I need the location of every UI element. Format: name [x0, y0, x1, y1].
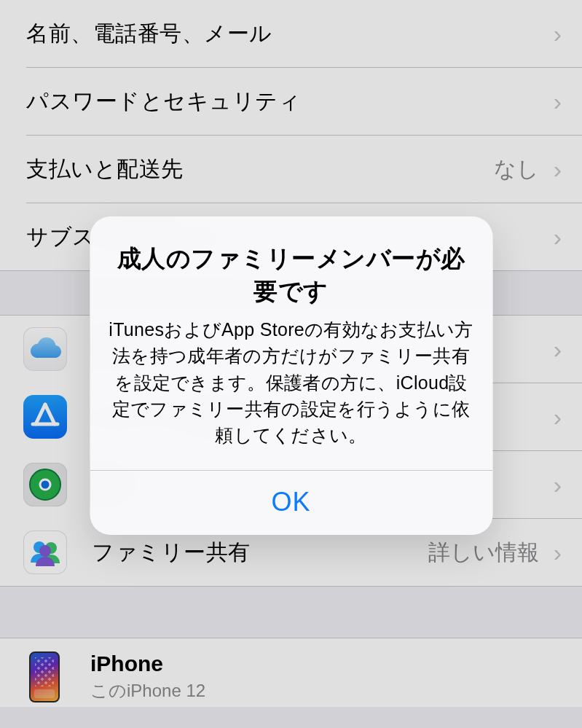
appstore-icon	[23, 395, 67, 439]
row-payment-shipping[interactable]: 支払いと配送先 なし ›	[0, 136, 582, 203]
row-detail: 詳しい情報	[428, 538, 539, 568]
chevron-right-icon: ›	[554, 472, 562, 497]
row-label: 名前、電話番号、メール	[26, 19, 549, 49]
chevron-right-icon: ›	[554, 21, 562, 46]
chevron-right-icon: ›	[554, 404, 562, 429]
alert-dialog: 成人のファミリーメンバーが必要です iTunesおよびApp Storeの有効な…	[90, 216, 492, 535]
chevron-right-icon: ›	[554, 224, 562, 249]
alert-title: 成人のファミリーメンバーが必要です	[109, 243, 473, 308]
chevron-right-icon: ›	[554, 337, 562, 361]
row-label: パスワードとセキュリティ	[26, 87, 549, 117]
row-label: ファミリー共有	[92, 538, 428, 568]
ok-button[interactable]: OK	[90, 471, 492, 535]
device-subtitle: このiPhone 12	[90, 679, 205, 702]
chevron-right-icon: ›	[554, 540, 562, 565]
alert-message: iTunesおよびApp Storeの有効なお支払い方法を持つ成年者の方だけがフ…	[109, 316, 473, 448]
alert-container: 成人のファミリーメンバーが必要です iTunesおよびApp Storeの有効な…	[90, 216, 492, 535]
row-device-iphone[interactable]: iPhone このiPhone 12	[0, 638, 582, 707]
icloud-icon	[23, 327, 67, 371]
devices-group: iPhone このiPhone 12	[0, 638, 582, 707]
separator	[0, 586, 582, 587]
device-title: iPhone	[90, 651, 205, 676]
iphone-device-icon	[29, 651, 60, 702]
row-name-phone-email[interactable]: 名前、電話番号、メール ›	[0, 0, 582, 67]
row-detail: なし	[494, 154, 539, 184]
alert-body: 成人のファミリーメンバーが必要です iTunesおよびApp Storeの有効な…	[90, 216, 492, 470]
row-label: 支払いと配送先	[26, 154, 494, 184]
chevron-right-icon: ›	[554, 157, 562, 181]
family-sharing-icon	[23, 531, 67, 574]
chevron-right-icon: ›	[554, 89, 562, 114]
findmy-icon	[23, 463, 67, 506]
row-password-security[interactable]: パスワードとセキュリティ ›	[0, 68, 582, 135]
device-text: iPhone このiPhone 12	[90, 651, 205, 702]
svg-point-6	[39, 545, 51, 557]
